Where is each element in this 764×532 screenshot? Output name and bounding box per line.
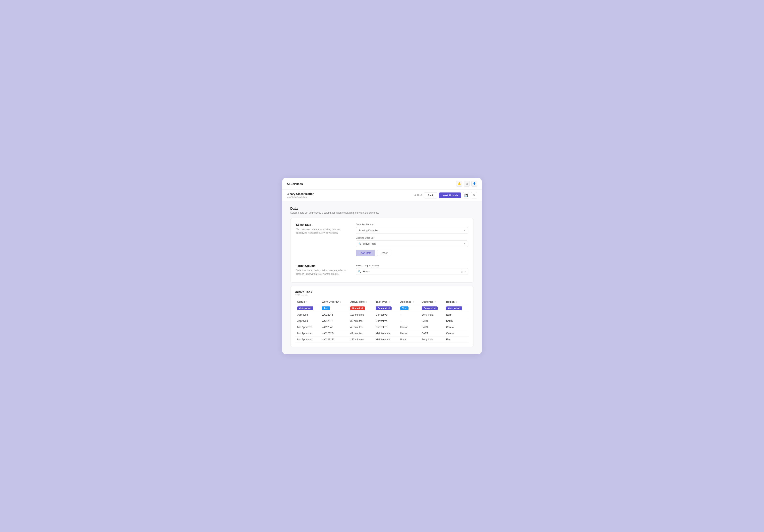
table-cell: 120 minutes xyxy=(348,312,374,318)
existing-dataset-chevron: ▾ xyxy=(464,242,465,245)
select-data-panel: Select Data You can select data from exi… xyxy=(290,218,474,283)
section-title: Data xyxy=(290,206,474,210)
table-cell: South xyxy=(444,318,469,324)
user-icon-btn[interactable]: 👤 xyxy=(471,181,477,187)
table-cell: Not Approved xyxy=(295,336,320,343)
badge-cell-assignee: Text xyxy=(398,305,420,312)
table-cell: Sony India xyxy=(420,312,444,318)
badge-customer: Categorical xyxy=(422,307,438,310)
target-column-group: Select Target Column 🔍 ⊗ ▾ xyxy=(356,264,468,275)
target-column-chevron: ▾ xyxy=(465,270,466,273)
table-cell: - xyxy=(398,312,420,318)
panel-divider xyxy=(296,260,468,260)
badge-cell-work-order: Text xyxy=(320,305,348,312)
table-cell: Maintenance xyxy=(374,331,398,336)
target-column-select[interactable]: 🔍 ⊗ ▾ xyxy=(356,268,468,275)
sort-icon-work-order: ▾ xyxy=(340,301,341,303)
table-cell: WO12342 xyxy=(320,324,348,331)
grid-icon-btn[interactable]: ⊞ xyxy=(464,181,470,187)
select-data-desc: You can select data from existing data s… xyxy=(296,227,348,235)
select-data-title: Select Data xyxy=(296,223,348,226)
target-right: Select Target Column 🔍 ⊗ ▾ xyxy=(356,264,468,278)
table-cell: East xyxy=(444,336,469,343)
table-cell: Hector xyxy=(398,331,420,336)
badge-status: Categorical xyxy=(297,307,313,310)
col-assignee[interactable]: Assignee ▾ xyxy=(398,299,420,305)
table-cell: Central xyxy=(444,331,469,336)
col-status[interactable]: Status ▾ xyxy=(295,299,320,305)
search-icon: 🔍 xyxy=(358,242,361,245)
table-cell: 132 minutes xyxy=(348,336,374,343)
table-row: ApprovedWO12345120 minutesCorrective-Son… xyxy=(295,312,469,318)
dataset-source-select[interactable]: Existing Data Set ▾ xyxy=(356,227,468,234)
table-cell: WO123234 xyxy=(320,331,348,336)
draft-label: Draft xyxy=(417,194,422,197)
table-cell: 49 minutes xyxy=(348,331,374,336)
badge-region: Categorical xyxy=(446,307,462,310)
main-card: AI Services 🔔 ⊞ 👤 Binary Classification … xyxy=(282,178,482,354)
col-region[interactable]: Region ▾ xyxy=(444,299,469,305)
col-customer[interactable]: Customer ▾ xyxy=(420,299,444,305)
table-cell: Maintenance xyxy=(374,336,398,343)
target-left: Target Column Select a column that conta… xyxy=(296,264,348,276)
panel-right: Data Set Source Existing Data Set ▾ Exis… xyxy=(356,223,468,256)
target-column-title: Target Column xyxy=(296,264,348,267)
badge-work-order: Text xyxy=(322,307,330,310)
table-title: active Task xyxy=(295,290,469,294)
target-column-label: Select Target Column xyxy=(356,264,468,267)
table-cell: Hector xyxy=(398,324,420,331)
badge-assignee: Text xyxy=(400,307,409,310)
badge-cell-customer: Categorical xyxy=(420,305,444,312)
dataset-source-chevron: ▾ xyxy=(464,229,465,232)
table-cell: Not Approved xyxy=(295,324,320,331)
table-body: ApprovedWO12345120 minutesCorrective-Son… xyxy=(295,312,469,343)
target-column-desc: Select a column that contains two catego… xyxy=(296,269,348,276)
save-icon-button[interactable]: 💾 xyxy=(463,192,469,199)
back-button[interactable]: Back xyxy=(424,192,438,199)
sort-icon-region: ▾ xyxy=(456,301,457,303)
existing-dataset-value: active Task xyxy=(363,242,463,245)
table-cell: BART xyxy=(420,318,444,324)
sort-icon-status: ▾ xyxy=(306,301,307,303)
sort-icon-task-type: ▾ xyxy=(389,301,390,303)
next-publish-button[interactable]: Next: Publish xyxy=(439,193,461,198)
badge-task-type: Categorical xyxy=(376,307,392,310)
table-cell: 30 minutes xyxy=(348,318,374,324)
main-content: Data Select a data set and choose a colu… xyxy=(282,201,482,354)
col-task-type[interactable]: Task Type ▾ xyxy=(374,299,398,305)
panel-row: Select Data You can select data from exi… xyxy=(296,223,468,256)
badge-cell-region: Categorical xyxy=(444,305,469,312)
target-column-input[interactable] xyxy=(362,268,459,275)
close-icon-button[interactable]: ✕ xyxy=(471,192,477,199)
load-reset-row: Load Data Reset xyxy=(356,250,468,256)
existing-dataset-search[interactable]: 🔍 active Task ▾ xyxy=(356,240,468,247)
badge-cell-task-type: Categorical xyxy=(374,305,398,312)
table-cell: Corrective xyxy=(374,318,398,324)
sub-header-right: Draft Back Next: Publish 💾 ✕ xyxy=(415,192,477,199)
dataset-source-group: Data Set Source Existing Data Set ▾ xyxy=(356,223,468,234)
table-cell: Not Approved xyxy=(295,331,320,336)
table-cell: BART xyxy=(420,324,444,331)
table-header-row: Status ▾ Work Order ID ▾ Arrival Time ▾ … xyxy=(295,299,469,305)
load-data-button[interactable]: Load Data xyxy=(356,250,375,256)
table-cell: Priya xyxy=(398,336,420,343)
sort-icon-customer: ▾ xyxy=(435,301,436,303)
badge-arrival: Numerical xyxy=(350,307,365,310)
target-column-row: Target Column Select a column that conta… xyxy=(296,264,468,278)
bell-icon-btn[interactable]: 🔔 xyxy=(456,181,462,187)
table-cell: North xyxy=(444,312,469,318)
app-title: AI Services xyxy=(287,182,303,186)
table-cell: Approved xyxy=(295,312,320,318)
sort-icon-arrival: ▾ xyxy=(366,301,367,303)
draft-badge: Draft xyxy=(415,194,422,197)
table-cell: BART xyxy=(420,331,444,336)
target-clear-button[interactable]: ⊗ xyxy=(461,270,463,273)
sub-header-left: Binary Classification taskStatusPredicti… xyxy=(287,192,314,198)
reset-button[interactable]: Reset xyxy=(377,250,391,256)
table-cell: WO12345 xyxy=(320,312,348,318)
sub-header: Binary Classification taskStatusPredicti… xyxy=(282,190,482,201)
sort-icon-assignee: ▾ xyxy=(413,301,414,303)
col-work-order-id[interactable]: Work Order ID ▾ xyxy=(320,299,348,305)
col-arrival-time[interactable]: Arrival Time ▾ xyxy=(348,299,374,305)
table-cell: Central xyxy=(444,324,469,331)
